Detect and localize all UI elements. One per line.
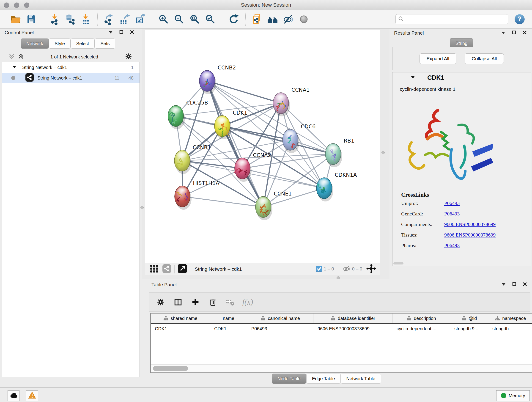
export-view-icon[interactable] (178, 264, 187, 274)
expand-all-button[interactable]: Expand All (419, 53, 456, 64)
export-network-icon[interactable] (103, 13, 115, 26)
panel-collapse-icon[interactable] (108, 30, 113, 35)
splitter-handle[interactable] (381, 151, 385, 154)
network-node-CCNE1[interactable]: CCNE1 (255, 191, 292, 220)
panel-float-icon[interactable] (512, 282, 517, 287)
collapse-all-button[interactable]: Collapse All (465, 53, 504, 64)
cell-shared-name[interactable]: CDK1 (151, 324, 210, 334)
network-edge[interactable] (182, 196, 263, 207)
zoom-in-icon[interactable] (157, 13, 170, 26)
network-edge[interactable] (263, 188, 324, 207)
traffic-light-close[interactable] (4, 2, 9, 8)
table-row[interactable]: CDK1 CDK1 P06493 9606.ENSP00000378699 cy… (151, 324, 532, 334)
network-edge[interactable] (207, 81, 263, 207)
selected-checkbox-icon[interactable] (316, 266, 322, 273)
apply-layout-icon[interactable] (227, 13, 240, 26)
import-network-icon[interactable] (48, 13, 61, 26)
search-input[interactable] (404, 15, 508, 24)
network-graph[interactable]: CCNB2CCNA1CDC25BCDK1CDC6RB1CCNB1CCNA2CDK… (145, 30, 380, 263)
network-row[interactable]: String Network – cdk1 11 48 (2, 73, 139, 83)
column-header[interactable]: canonical name (247, 313, 313, 323)
crosslink-link[interactable]: P06493 (444, 211, 460, 217)
cell-canonical-name[interactable]: P06493 (247, 324, 313, 334)
hidden-eye-icon[interactable] (342, 265, 350, 274)
help-icon[interactable]: ? (513, 13, 526, 26)
column-header[interactable]: description (393, 313, 450, 323)
tab-edge-table[interactable]: Edge Table (306, 374, 341, 384)
zoom-selected-icon[interactable] (204, 13, 217, 26)
show-details-icon[interactable] (298, 13, 310, 26)
card-scrollbar-thumb[interactable] (393, 262, 404, 264)
create-column-icon[interactable] (189, 295, 202, 309)
show-column-panel-icon[interactable] (171, 295, 185, 309)
tab-style[interactable]: Style (49, 38, 70, 49)
cell-description[interactable]: cyclin-dependent ... (393, 324, 450, 334)
network-node-CCNA1[interactable]: CCNA1 (273, 87, 310, 116)
expand-all-icon[interactable] (18, 53, 24, 61)
panel-close-icon[interactable] (522, 30, 527, 36)
panel-close-icon[interactable] (130, 30, 134, 35)
crosslink-link[interactable]: P06493 (444, 200, 460, 206)
memory-button[interactable]: Memory (496, 390, 530, 401)
network-node-CCNB2[interactable]: CCNB2 (199, 65, 236, 94)
crosslink-link[interactable]: 9606.ENSP00000378699 (444, 221, 496, 227)
collapse-all-icon[interactable] (9, 53, 15, 61)
string-home-icon[interactable] (266, 13, 279, 26)
network-edge[interactable] (242, 168, 324, 188)
column-header[interactable]: shared name (151, 313, 210, 323)
column-header[interactable]: namespace (488, 313, 532, 323)
network-node-CCNB1[interactable]: CCNB1 (174, 144, 211, 174)
network-node-CDKN1A[interactable]: CDKN1A (317, 172, 357, 201)
function-builder-icon[interactable]: f(x) (241, 295, 254, 309)
import-database-icon[interactable] (64, 13, 76, 26)
open-session-icon[interactable] (9, 13, 22, 26)
column-header[interactable]: database identifier (313, 313, 393, 323)
zoom-fit-icon[interactable] (188, 13, 201, 26)
delete-column-icon[interactable] (206, 295, 220, 309)
scrollbar-thumb[interactable] (153, 366, 188, 371)
protein-card-header[interactable]: CDK1 (393, 72, 531, 83)
tab-network[interactable]: Network (21, 38, 49, 49)
panel-collapse-icon[interactable] (501, 31, 506, 35)
network-canvas[interactable]: CCNB2CCNA1CDC25BCDK1CDC6RB1CCNB1CCNA2CDK… (145, 30, 380, 263)
import-table-icon[interactable] (79, 13, 92, 26)
panel-float-icon[interactable] (119, 30, 124, 35)
cell-name[interactable]: CDK1 (210, 324, 247, 334)
network-options-gear-icon[interactable] (125, 52, 133, 61)
column-header[interactable]: @id (450, 313, 488, 323)
card-expander-icon[interactable] (410, 75, 415, 80)
network-collection-row[interactable]: String Network – cdk1 1 (2, 62, 139, 73)
crosslink-link[interactable]: 9606.ENSP00000378699 (444, 232, 496, 238)
tree-expander-icon[interactable] (12, 65, 17, 70)
splitter-handle[interactable] (140, 206, 144, 209)
delete-table-icon[interactable] (224, 295, 237, 309)
tab-sets[interactable]: Sets (95, 38, 115, 49)
warning-button[interactable] (26, 390, 38, 401)
column-settings-gear-icon[interactable] (154, 295, 167, 309)
cloud-button[interactable] (7, 390, 19, 401)
table-hscrollbar[interactable] (151, 364, 532, 372)
column-header[interactable]: name (210, 313, 247, 323)
cell-database-identifier[interactable]: 9606.ENSP00000378699 (313, 324, 393, 334)
grid-view-icon[interactable] (150, 264, 158, 274)
tab-select[interactable]: Select (70, 38, 95, 49)
session-file-share-icon[interactable] (251, 13, 264, 26)
panel-close-icon[interactable] (523, 282, 527, 287)
fit-selected-crosshair-icon[interactable] (366, 264, 376, 274)
search-box[interactable] (395, 14, 508, 24)
crosslink-link[interactable]: P06493 (444, 242, 460, 249)
network-share-icon[interactable] (162, 264, 171, 274)
zoom-out-icon[interactable] (173, 13, 186, 26)
panel-float-icon[interactable] (512, 30, 516, 36)
traffic-light-minimize[interactable] (14, 2, 19, 8)
panel-collapse-icon[interactable] (501, 282, 506, 287)
cell-id[interactable]: stringdb:9... (450, 324, 488, 334)
export-image-icon[interactable] (134, 13, 147, 26)
cell-namespace[interactable]: stringdb (488, 324, 532, 334)
tab-node-table[interactable]: Node Table (272, 374, 306, 384)
save-session-icon[interactable] (25, 13, 38, 26)
export-table-icon[interactable] (118, 13, 131, 26)
network-node-HIST1H1A[interactable]: HIST1H1A (175, 180, 219, 210)
network-node-RB1[interactable]: RB1 (325, 138, 354, 167)
hide-details-icon[interactable] (282, 13, 295, 26)
